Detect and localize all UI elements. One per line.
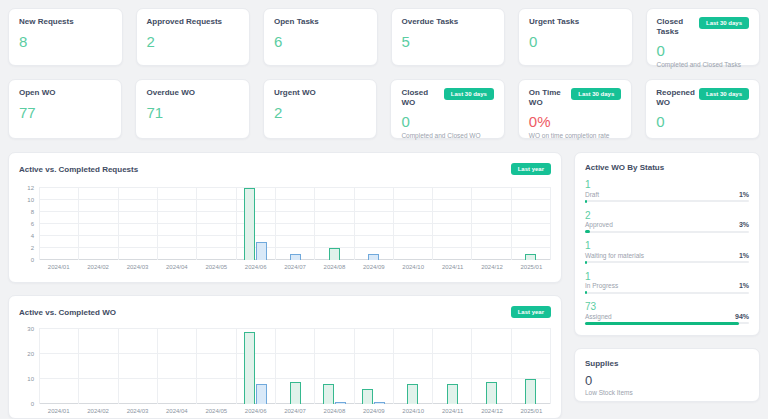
- status-percent: 1%: [739, 191, 749, 198]
- y-tick-label: 2: [31, 245, 34, 251]
- bar-active: [290, 382, 301, 405]
- plot-area: [39, 188, 551, 260]
- kpi-card-title: Reopened WO: [656, 88, 695, 107]
- kpi-card-title: Overdue Tasks: [402, 17, 459, 27]
- x-tick-label: 2024/02: [78, 408, 117, 414]
- status-panel-title: Active WO By Status: [585, 163, 749, 172]
- kpi-card-value: 2: [274, 105, 366, 121]
- x-tick-label: 2024/03: [118, 264, 157, 270]
- kpi-card-title: Open Tasks: [274, 17, 319, 27]
- bar-slots: [39, 329, 551, 404]
- status-progress-track: [585, 322, 749, 324]
- kpi-card-urgent-wo: Urgent WO2: [263, 79, 377, 139]
- category-slot-2024-08: [314, 329, 353, 404]
- kpi-card-value: 0: [656, 114, 749, 130]
- category-slot-2024-11: [432, 188, 471, 260]
- y-tick-label: 0: [31, 257, 34, 263]
- status-count: 73: [585, 301, 749, 313]
- kpi-card-value: 0: [401, 114, 493, 130]
- kpi-card-open-tasks: Open Tasks6: [263, 8, 378, 66]
- kpi-card-value: 0%: [529, 114, 621, 130]
- category-slot-2024-05: [196, 188, 235, 260]
- kpi-card-urgent-tasks: Urgent Tasks0: [518, 8, 633, 66]
- status-progress-track: [585, 231, 749, 233]
- status-progress-fill: [585, 322, 739, 325]
- bar-slots: [39, 188, 551, 260]
- y-tick-label: 30: [27, 326, 34, 332]
- x-tick-label: 2024/04: [157, 264, 196, 270]
- status-label-line: Approved3%: [585, 221, 749, 228]
- status-percent: 1%: [739, 252, 749, 259]
- bar-active: [525, 379, 536, 404]
- last-year-badge: Last year: [511, 306, 551, 318]
- bar-active: [407, 384, 418, 404]
- category-slot-2025-01: [511, 188, 551, 260]
- kpi-card-overdue-tasks: Overdue Tasks5: [391, 8, 506, 66]
- x-tick-label: 2024/10: [394, 408, 433, 414]
- kpi-card-header: Urgent Tasks: [529, 17, 622, 27]
- status-row-waiting-for-materials: 1Waiting for materials1%: [585, 240, 749, 263]
- kpi-cards-row-1: New Requests8Approved Requests2Open Task…: [8, 8, 760, 66]
- kpi-card-title: Overdue WO: [146, 88, 194, 98]
- last-30-days-badge: Last 30 days: [699, 88, 749, 100]
- category-slot-2024-10: [393, 188, 432, 260]
- kpi-card-closed-tasks: Closed TasksLast 30 days0Completed and C…: [646, 8, 761, 66]
- x-tick-label: 2024/08: [315, 408, 354, 414]
- kpi-card-closed-wo: Closed WOLast 30 days0Completed and Clos…: [390, 79, 504, 139]
- last-year-badge: Last year: [511, 163, 551, 175]
- kpi-card-title: Approved Requests: [147, 17, 223, 27]
- x-tick-label: 2024/01: [39, 264, 78, 270]
- bar-completed: [256, 384, 267, 404]
- x-tick-label: 2024/12: [472, 408, 511, 414]
- y-tick-label: 8: [31, 209, 34, 215]
- plot-area: [39, 329, 551, 404]
- bar-active: [329, 248, 340, 260]
- chart-header: Active vs. Completed Requests Last year: [19, 163, 551, 175]
- plot-wrapper: 0102030: [19, 329, 551, 404]
- chart-header: Active vs. Completed WO Last year: [19, 306, 551, 318]
- kpi-card-approved-requests: Approved Requests2: [136, 8, 251, 66]
- category-slot-2024-03: [118, 329, 157, 404]
- kpi-card-subtitle: Completed and Closed Tasks: [657, 61, 750, 68]
- status-progress-track: [585, 261, 749, 263]
- x-tick-label: 2024/11: [433, 264, 472, 270]
- x-tick-label: 2024/05: [197, 264, 236, 270]
- status-row-approved: 2Approved3%: [585, 210, 749, 233]
- category-slot-2024-07: [275, 188, 314, 260]
- bar-completed: [290, 254, 301, 260]
- kpi-card-title: Urgent Tasks: [529, 17, 579, 27]
- x-tick-label: 2024/07: [275, 264, 314, 270]
- kpi-card-value: 5: [402, 34, 495, 50]
- category-slot-2024-04: [157, 188, 196, 260]
- status-progress-fill: [585, 230, 590, 233]
- status-progress-fill: [585, 200, 587, 203]
- bar-completed: [368, 254, 379, 260]
- x-tick-label: 2024/11: [433, 408, 472, 414]
- chart-title: Active vs. Completed Requests: [19, 165, 138, 174]
- x-tick-label: 2025/01: [512, 264, 551, 270]
- kpi-card-header: Urgent WO: [274, 88, 366, 98]
- kpi-card-header: Closed WOLast 30 days: [401, 88, 493, 107]
- category-slot-2024-10: [393, 329, 432, 404]
- bar-active: [244, 332, 255, 405]
- status-percent: 1%: [739, 282, 749, 289]
- kpi-card-value: 0: [529, 34, 622, 50]
- kpi-card-title: Open WO: [19, 88, 55, 98]
- status-rows: 1Draft1%2Approved3%1Waiting for material…: [585, 179, 749, 324]
- category-slot-2024-12: [471, 329, 510, 404]
- active-wo-by-status-panel: Active WO By Status 1Draft1%2Approved3%1…: [574, 152, 760, 336]
- x-axis-labels: 2024/012024/022024/032024/042024/052024/…: [39, 264, 551, 270]
- x-tick-label: 2024/04: [157, 408, 196, 414]
- x-tick-label: 2025/01: [512, 408, 551, 414]
- bar-active: [244, 188, 255, 260]
- bar-completed: [256, 242, 267, 260]
- category-slot-2024-02: [78, 329, 117, 404]
- category-slot-2024-01: [39, 188, 78, 260]
- y-axis: 024681012: [19, 188, 39, 260]
- status-label-line: Draft1%: [585, 191, 749, 198]
- x-tick-label: 2024/06: [236, 264, 275, 270]
- status-label-line: Assigned94%: [585, 313, 749, 320]
- status-row-in-progress: 1In Progress1%: [585, 271, 749, 294]
- status-label: Approved: [585, 221, 613, 228]
- kpi-card-header: Open Tasks: [274, 17, 367, 27]
